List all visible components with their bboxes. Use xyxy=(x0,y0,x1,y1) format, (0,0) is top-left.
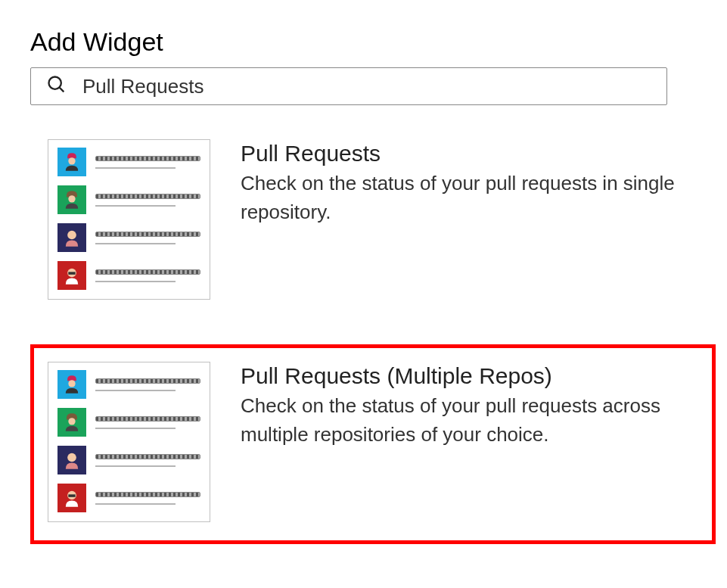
svg-point-4 xyxy=(67,231,76,240)
svg-rect-11 xyxy=(68,494,75,497)
widget-description: Check on the status of your pull request… xyxy=(241,170,694,226)
avatar-icon xyxy=(57,223,86,252)
svg-point-9 xyxy=(67,453,76,462)
page-title: Add Widget xyxy=(30,27,697,57)
avatar-icon xyxy=(57,261,86,290)
svg-point-2 xyxy=(68,157,75,164)
avatar-icon xyxy=(57,446,86,474)
search-input[interactable] xyxy=(82,75,651,98)
widget-thumbnail xyxy=(48,362,210,522)
widget-list: Pull Requests Check on the status of you… xyxy=(30,122,697,544)
avatar-icon xyxy=(57,370,86,399)
avatar-icon xyxy=(57,484,86,512)
svg-rect-6 xyxy=(68,272,75,275)
search-box[interactable] xyxy=(30,67,667,105)
widget-title: Pull Requests xyxy=(241,141,694,166)
svg-line-1 xyxy=(60,88,64,92)
search-icon xyxy=(46,74,82,98)
widget-title: Pull Requests (Multiple Repos) xyxy=(241,363,694,389)
svg-point-0 xyxy=(49,77,61,89)
widget-description: Check on the status of your pull request… xyxy=(241,392,694,449)
avatar-icon xyxy=(57,408,86,437)
avatar-icon xyxy=(57,185,86,214)
svg-point-3 xyxy=(68,195,75,202)
widget-thumbnail xyxy=(48,139,210,300)
svg-point-8 xyxy=(68,418,75,425)
avatar-icon xyxy=(57,148,86,176)
svg-point-7 xyxy=(68,380,75,387)
widget-item-pull-requests-multiple-repos[interactable]: Pull Requests (Multiple Repos) Check on … xyxy=(30,344,716,544)
widget-item-pull-requests[interactable]: Pull Requests Check on the status of you… xyxy=(30,122,716,322)
